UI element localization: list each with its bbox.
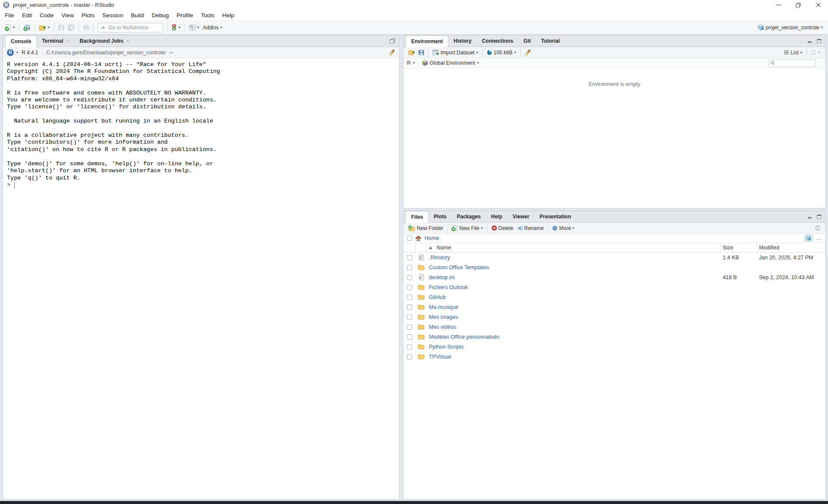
row-checkbox[interactable] <box>407 344 412 350</box>
save-workspace-button[interactable] <box>417 48 426 57</box>
refresh-environment-button[interactable] <box>809 48 822 57</box>
row-checkbox[interactable] <box>407 334 412 340</box>
close-tab-icon[interactable]: × <box>126 38 129 44</box>
more-actions-button[interactable]: More <box>550 224 576 233</box>
memory-usage-button[interactable]: 105 MiB <box>485 48 518 57</box>
addins-button[interactable]: Addins <box>201 23 224 32</box>
goto-directory-icon[interactable] <box>168 50 174 55</box>
file-link[interactable]: GitHub <box>429 294 446 300</box>
file-modified: Jan 20, 2025, 4:27 PM <box>757 255 825 261</box>
open-file-button[interactable] <box>37 23 52 32</box>
tab-background-jobs[interactable]: Background Jobs × <box>74 35 134 47</box>
print-button[interactable] <box>81 23 91 32</box>
tab-connections[interactable]: Connections <box>477 35 519 47</box>
refresh-files-button[interactable] <box>813 224 822 233</box>
file-link[interactable]: TPVirtual <box>429 354 451 360</box>
select-all-checkbox[interactable] <box>407 236 412 241</box>
menu-item-file[interactable]: File <box>1 11 18 20</box>
menu-item-session[interactable]: Session <box>98 11 127 20</box>
file-link[interactable]: Python Scripts <box>429 344 464 350</box>
menu-item-tools[interactable]: Tools <box>197 11 218 20</box>
file-link[interactable]: Fichiers Outlook <box>429 284 468 290</box>
menu-item-help[interactable]: Help <box>218 11 238 20</box>
delete-file-button[interactable]: Delete <box>490 224 515 233</box>
menu-item-profile[interactable]: Profile <box>173 11 197 20</box>
goto-file-input[interactable] <box>107 24 157 31</box>
folder-icon <box>418 284 425 290</box>
file-link[interactable]: Modèles Office personnalisés <box>429 334 500 340</box>
load-workspace-button[interactable] <box>406 48 417 57</box>
dropdown-caret-icon[interactable] <box>16 52 19 54</box>
maximize-button[interactable] <box>788 0 808 10</box>
breadcrumb-more-button[interactable]: ... <box>816 235 822 241</box>
menu-item-build[interactable]: Build <box>127 11 148 20</box>
save-button[interactable] <box>57 23 66 32</box>
project-directory-button[interactable]: R <box>805 235 812 242</box>
close-button[interactable] <box>808 0 828 10</box>
rename-file-button[interactable]: Rename <box>515 224 545 233</box>
maximize-icon <box>796 3 801 8</box>
panes-layout-button[interactable] <box>187 23 201 32</box>
version-control-button[interactable] <box>170 23 183 32</box>
close-tab-icon[interactable]: × <box>66 38 69 44</box>
minimize-button[interactable] <box>768 0 788 10</box>
maximize-pane-icon[interactable] <box>817 214 822 219</box>
row-checkbox[interactable] <box>407 315 412 320</box>
menu-item-debug[interactable]: Debug <box>148 11 173 20</box>
minimize-pane-icon[interactable] <box>807 39 812 43</box>
clear-console-icon[interactable] <box>389 49 395 56</box>
tab-packages[interactable]: Packages <box>452 211 486 222</box>
row-checkbox[interactable] <box>407 255 412 260</box>
tab-environment[interactable]: Environment <box>406 35 448 47</box>
row-checkbox[interactable] <box>407 305 412 310</box>
project-selector-button[interactable]: R projet_version_controle <box>756 23 825 32</box>
save-all-button[interactable] <box>66 23 76 32</box>
row-checkbox[interactable] <box>407 324 412 330</box>
window-title: projet_version_controle - master - RStud… <box>13 2 114 8</box>
row-checkbox[interactable] <box>407 265 412 270</box>
tab-terminal[interactable]: Terminal × <box>37 35 74 47</box>
tab-git[interactable]: Git <box>518 35 536 47</box>
file-link[interactable]: desktop.ini <box>429 274 455 280</box>
file-link[interactable]: .Rhistory <box>429 255 450 261</box>
row-checkbox[interactable] <box>407 295 412 300</box>
tab-tutorial[interactable]: Tutorial <box>536 35 565 47</box>
tab-presentation[interactable]: Presentation <box>535 211 576 222</box>
tab-plots[interactable]: Plots <box>428 211 451 222</box>
row-checkbox[interactable] <box>407 354 412 359</box>
file-link[interactable]: Ma musique <box>429 304 458 310</box>
new-project-button[interactable]: R <box>22 23 32 32</box>
file-link[interactable]: Mes vidéos <box>429 324 456 330</box>
file-link[interactable]: Mes images <box>429 314 458 320</box>
row-checkbox[interactable] <box>407 285 412 290</box>
new-file-button[interactable] <box>3 23 17 32</box>
tab-history[interactable]: History <box>448 35 476 47</box>
menu-item-edit[interactable]: Edit <box>18 11 36 20</box>
project-cube-icon: R <box>758 24 764 31</box>
clear-environment-button[interactable] <box>523 48 533 57</box>
restore-pane-icon[interactable] <box>390 38 395 44</box>
tab-viewer[interactable]: Viewer <box>507 211 534 222</box>
row-checkbox[interactable] <box>407 275 412 280</box>
minimize-pane-icon[interactable] <box>807 214 812 219</box>
breadcrumb-home-link[interactable]: Home <box>425 235 439 241</box>
import-dataset-button[interactable]: Import Dataset <box>431 48 480 57</box>
list-view-button[interactable]: List <box>782 48 804 57</box>
language-selector[interactable]: R <box>407 60 411 66</box>
new-file-blank-button[interactable]: New File <box>450 224 485 233</box>
header-name[interactable]: Name <box>427 243 721 252</box>
tab-files[interactable]: Files <box>406 211 428 223</box>
menu-item-plots[interactable]: Plots <box>78 11 98 20</box>
menu-item-view[interactable]: View <box>57 11 78 20</box>
environment-search-input[interactable] <box>776 60 814 66</box>
new-folder-button[interactable]: New Folder <box>406 224 445 233</box>
console-prompt-row[interactable]: > <box>3 182 399 189</box>
header-modified[interactable]: Modified <box>757 243 825 252</box>
maximize-pane-icon[interactable] <box>817 39 822 43</box>
tab-help[interactable]: Help <box>486 211 507 222</box>
tab-console[interactable]: Console <box>5 35 37 47</box>
header-size[interactable]: Size <box>721 243 757 252</box>
file-link[interactable]: Custom Office Templates <box>429 265 489 271</box>
environment-selector[interactable]: Global Environment <box>430 60 475 66</box>
menu-item-code[interactable]: Code <box>36 11 57 20</box>
